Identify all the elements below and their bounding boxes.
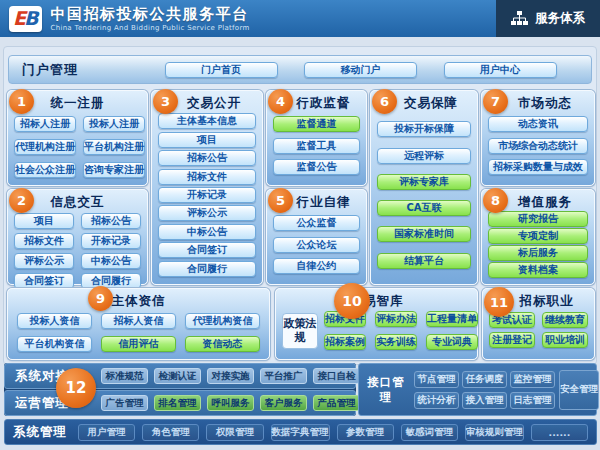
bottom-left-group: 12 系统对接 标准规范 检测认证 对接实施 平台推广 接口自检 运营管理 广告…	[4, 363, 356, 416]
panel-industry-self-discipline: 5 行业自律 公众监督 公众论坛 自律公约	[266, 189, 367, 285]
btn-platform-org-register[interactable]: 平台机构注册	[83, 139, 145, 155]
btn-practical-training[interactable]: 实务训练	[375, 334, 417, 350]
btn-award-announcement[interactable]: 中标公告	[158, 224, 256, 240]
btn-log-management[interactable]: 日志管理	[510, 392, 555, 409]
btn-permission-management[interactable]: 权限管理	[206, 424, 263, 441]
btn-national-standard-time[interactable]: 国家标准时间	[377, 226, 471, 242]
btn-contract-signing[interactable]: 合同签订	[14, 273, 74, 289]
btn-role-management[interactable]: 角色管理	[142, 424, 199, 441]
btn-expert-database[interactable]: 评标专家库	[377, 174, 471, 190]
btn-access-management[interactable]: 接入管理	[462, 392, 507, 409]
btn-tender-documents[interactable]: 招标文件	[158, 169, 256, 185]
btn-bid-opening-record[interactable]: 开标记录	[81, 233, 141, 249]
btn-tenderer-register[interactable]: 招标人注册	[14, 116, 76, 132]
btn-bidder-register[interactable]: 投标人注册	[83, 116, 145, 132]
btn-contract-performance[interactable]: 合同履行	[158, 261, 256, 277]
btn-monitoring-management[interactable]: 监控管理	[510, 371, 555, 388]
btn-portal-home[interactable]: 门户首页	[165, 62, 278, 78]
btn-task-scheduling[interactable]: 任务调度	[462, 371, 507, 388]
btn-security-management[interactable]: 安全管理	[559, 370, 599, 410]
app-titles: 中国招标投标公共服务平台 China Tendering And Bidding…	[50, 5, 249, 32]
btn-public-supervision[interactable]: 公众监督	[273, 215, 360, 231]
interface-management-panel: 接口管理 节点管理 任务调度 监控管理 统计分析 接入管理 日志管理 安全管理	[358, 363, 597, 416]
btn-agency-credit[interactable]: 代理机构资信	[185, 313, 260, 329]
btn-integration-implementation[interactable]: 对接实施	[207, 368, 254, 384]
btn-registration[interactable]: 注册登记	[489, 332, 535, 348]
btn-testing-certification[interactable]: 检测认证	[154, 368, 201, 384]
btn-self-discipline-convention[interactable]: 自律公约	[273, 258, 360, 274]
btn-audit-rule-management[interactable]: 审核规则管理	[465, 424, 524, 441]
btn-research-report[interactable]: 研究报告	[488, 211, 588, 227]
logo-letter-b: B	[24, 9, 38, 28]
btn-bidder-credit[interactable]: 投标人资信	[17, 313, 92, 329]
panel-subject-credit: 9 主体资信 投标人资信 招标人资信 代理机构资信 平台机构资信 信用评估 资信…	[7, 288, 270, 360]
btn-tender-cases[interactable]: 招标案例	[324, 334, 366, 350]
btn-settlement-platform[interactable]: 结算平台	[377, 253, 471, 269]
btn-statistics-analysis[interactable]: 统计分析	[414, 392, 459, 409]
btn-bill-of-quantities[interactable]: 工程量清单	[426, 311, 478, 327]
btn-ranking-management[interactable]: 排名管理	[154, 395, 201, 411]
btn-credit-trends[interactable]: 资信动态	[185, 336, 260, 352]
btn-vocational-training[interactable]: 职业培训	[542, 332, 588, 348]
btn-supervision-notice[interactable]: 监督公告	[273, 159, 360, 175]
btn-node-management[interactable]: 节点管理	[414, 371, 459, 388]
btn-contract-performance[interactable]: 合同履行	[81, 273, 141, 289]
btn-platform-promotion[interactable]: 平台推广	[260, 368, 307, 384]
btn-supervision-tools[interactable]: 监督工具	[273, 138, 360, 154]
btn-evaluation-publicity[interactable]: 评标公示	[158, 205, 256, 221]
btn-ca-interconnect[interactable]: CA互联	[377, 200, 471, 216]
btn-post-bid-service[interactable]: 标后服务	[488, 245, 588, 261]
btn-project[interactable]: 项目	[158, 132, 256, 148]
btn-tender-announcement[interactable]: 招标公告	[158, 150, 256, 166]
btn-customer-service[interactable]: 客户服务	[260, 395, 307, 411]
btn-call-service[interactable]: 呼叫服务	[207, 395, 254, 411]
btn-custom-service[interactable]: 专项定制	[488, 228, 588, 244]
btn-evaluation-methods[interactable]: 评标办法	[375, 311, 417, 327]
btn-data-dictionary-management[interactable]: 数据字典管理	[271, 424, 330, 441]
btn-tender-announcement[interactable]: 招标公告	[81, 213, 141, 229]
service-system-button[interactable]: 服务体系	[496, 0, 600, 37]
btn-continuing-education[interactable]: 继续教育	[542, 312, 588, 328]
btn-parameter-management[interactable]: 参数管理	[337, 424, 394, 441]
btn-user-management[interactable]: 用户管理	[78, 424, 135, 441]
panel-7-list: 动态资讯 市场综合动态统计 招标采购数量与成效	[488, 111, 588, 180]
btn-market-statistics[interactable]: 市场综合动态统计	[488, 138, 588, 154]
panel-1-badge: 1	[9, 89, 34, 114]
interface-management-label: 接口管理	[362, 375, 410, 405]
group-12-badge: 12	[56, 368, 96, 408]
btn-project[interactable]: 项目	[14, 213, 74, 229]
btn-procurement-quantity-effect[interactable]: 招标采购数量与成效	[488, 159, 588, 175]
btn-evaluation-publicity[interactable]: 评标公示	[14, 253, 74, 269]
btn-remote-evaluation[interactable]: 远程评标	[377, 148, 471, 164]
btn-expert-register[interactable]: 咨询专家注册	[83, 162, 145, 178]
policy-regulations-box[interactable]: 政策法规	[282, 313, 318, 349]
btn-public-register[interactable]: 社会公众注册	[14, 162, 76, 178]
btn-platform-org-credit[interactable]: 平台机构资信	[17, 336, 92, 352]
btn-tender-documents[interactable]: 招标文件	[14, 233, 74, 249]
btn-standard-spec[interactable]: 标准规范	[101, 368, 148, 384]
btn-agency-register[interactable]: 代理机构注册	[14, 139, 76, 155]
btn-contract-signing[interactable]: 合同签订	[158, 242, 256, 258]
btn-more[interactable]: ......	[531, 424, 588, 441]
btn-bid-opening-record[interactable]: 开标记录	[158, 187, 256, 203]
app-title: 中国招标投标公共服务平台	[50, 5, 249, 24]
btn-public-forum[interactable]: 公众论坛	[273, 237, 360, 253]
btn-bid-opening-guarantee[interactable]: 投标开标保障	[377, 121, 471, 137]
btn-supervision-channel[interactable]: 监督通道	[273, 116, 360, 132]
app-subtitle: China Tendering And Bidding Public Servi…	[50, 24, 249, 32]
btn-ad-management[interactable]: 广告管理	[101, 395, 148, 411]
btn-archives[interactable]: 资料档案	[488, 262, 588, 278]
panel-7-badge: 7	[483, 89, 508, 114]
btn-tenderer-credit[interactable]: 招标人资信	[101, 313, 176, 329]
btn-user-center[interactable]: 用户中心	[444, 62, 557, 78]
btn-professional-dictionary[interactable]: 专业词典	[426, 334, 478, 350]
btn-interface-self-check[interactable]: 接口自检	[313, 368, 360, 384]
btn-sensitive-word-management[interactable]: 敏感词管理	[401, 424, 458, 441]
btn-news[interactable]: 动态资讯	[488, 116, 588, 132]
btn-subject-basic-info[interactable]: 主体基本信息	[158, 113, 256, 129]
btn-product-management[interactable]: 产品管理	[313, 395, 360, 411]
btn-mobile-portal[interactable]: 移动门户	[304, 62, 417, 78]
system-management-label: 系统管理	[13, 424, 67, 441]
btn-credit-evaluation[interactable]: 信用评估	[101, 336, 176, 352]
btn-award-announcement[interactable]: 中标公告	[81, 253, 141, 269]
